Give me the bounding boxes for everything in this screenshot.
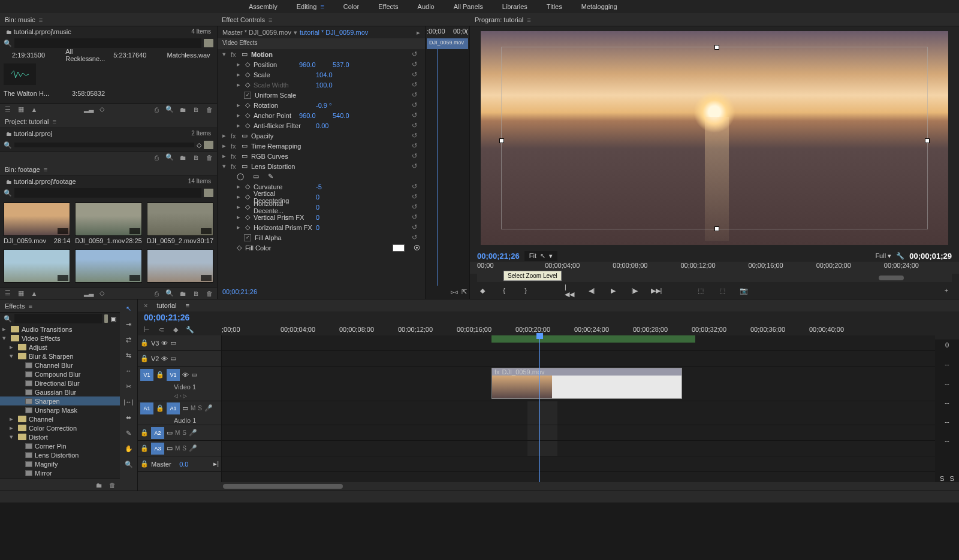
- new-item-icon[interactable]: 🗎: [192, 105, 200, 114]
- mark-out-button[interactable]: }: [520, 285, 531, 296]
- tab-editing[interactable]: Editing ≡: [297, 3, 324, 10]
- video-clip[interactable]: fxDJI_0059.mov: [491, 368, 682, 399]
- effect-group[interactable]: ▸fx▭RGB Curves↺: [218, 151, 425, 161]
- property-value[interactable]: -5: [316, 183, 346, 190]
- effect-controls-timecode[interactable]: 00;00;21;26: [218, 286, 425, 299]
- clip-name[interactable]: Matchless.wav: [167, 52, 210, 59]
- effect-folder[interactable]: ▸Color Correction: [0, 423, 120, 432]
- search-icon[interactable]: 🔍: [4, 141, 12, 149]
- zoom-slider-icon[interactable]: ▂▃: [85, 105, 93, 114]
- program-timecode[interactable]: 00;00;21;26: [477, 252, 520, 261]
- effect-mini-timeline[interactable]: :00;0000;0( DJI_0059.mov ▹◃⇱: [426, 26, 470, 299]
- extract-button[interactable]: ⬚: [717, 285, 728, 296]
- reset-icon[interactable]: ↺: [412, 132, 420, 140]
- effect-preset[interactable]: Corner Pin: [0, 441, 120, 450]
- timeline-zoom-scrollbar[interactable]: [223, 484, 343, 489]
- zoom-level-dropdown[interactable]: Fit↖▾: [524, 251, 557, 261]
- effect-folder[interactable]: ▾Distort: [0, 432, 120, 441]
- mini-clip-bar[interactable]: DJI_0059.mov: [427, 38, 468, 49]
- sequence-clip-label[interactable]: tutorial * DJI_0059.mov: [300, 29, 368, 36]
- zoom-tool[interactable]: 🔍: [123, 459, 134, 470]
- footage-thumb[interactable]: DJI_0059.mov28:14: [4, 202, 70, 244]
- sequence-tab[interactable]: tutorial: [157, 302, 177, 309]
- property-value[interactable]: 104.0: [316, 71, 346, 78]
- yuvbadge-icon[interactable]: ▣: [110, 315, 116, 323]
- new-item-icon[interactable]: 🗎: [192, 289, 200, 298]
- property-value[interactable]: 0: [316, 214, 346, 221]
- effect-group[interactable]: ▾fx▭Lens Distortion↺: [218, 161, 425, 171]
- tab-allpanels[interactable]: All Panels: [454, 3, 483, 10]
- search-icon[interactable]: 🔍: [4, 189, 12, 197]
- effect-preset[interactable]: Gaussian Blur: [0, 388, 120, 396]
- effect-preset[interactable]: Channel Blur: [0, 361, 120, 370]
- property-value[interactable]: 0: [316, 204, 346, 211]
- list-view-icon[interactable]: ☰: [4, 105, 12, 114]
- property-value[interactable]: 0.00: [316, 122, 346, 129]
- panel-menu-icon[interactable]: ≡: [39, 16, 43, 23]
- trash-icon[interactable]: 🗑: [205, 289, 213, 298]
- reset-icon[interactable]: ↺: [412, 71, 420, 78]
- automate-icon[interactable]: ⎙: [152, 105, 161, 114]
- reset-icon[interactable]: ↺: [412, 50, 420, 58]
- freeform-icon[interactable]: ▲: [30, 289, 38, 298]
- tab-titles[interactable]: Titles: [547, 3, 562, 10]
- export-frame-button[interactable]: 📷: [738, 285, 749, 296]
- tab-effects[interactable]: Effects: [378, 3, 398, 10]
- search-icon[interactable]: 🔍: [4, 315, 12, 323]
- pen-tool[interactable]: ✎: [123, 428, 134, 438]
- effect-preset[interactable]: Magnify: [0, 459, 120, 468]
- checkbox[interactable]: ✓: [244, 92, 251, 99]
- playhead[interactable]: [539, 335, 540, 482]
- marker-icon[interactable]: ◆: [171, 325, 180, 334]
- transform-bounding-box[interactable]: [501, 47, 928, 229]
- reset-icon[interactable]: ↺: [412, 162, 420, 170]
- prev-keyframe-icon[interactable]: ▹◃: [451, 288, 458, 296]
- bin-footage-search[interactable]: [14, 188, 201, 198]
- footage-thumb[interactable]: [4, 249, 70, 284]
- reset-icon[interactable]: ↺: [412, 183, 420, 190]
- tab-libraries[interactable]: Libraries: [502, 3, 527, 10]
- button-editor-icon[interactable]: +: [941, 285, 952, 296]
- eyedropper-icon[interactable]: ⦿: [414, 244, 420, 252]
- automate-icon[interactable]: ⎙: [152, 153, 161, 162]
- pen-mask-icon[interactable]: ✎: [268, 172, 273, 180]
- trash-icon[interactable]: 🗑: [108, 481, 116, 489]
- find-icon[interactable]: 🔍: [165, 153, 174, 162]
- effect-group[interactable]: ▾fx▭Motion↺: [218, 49, 425, 59]
- target-v1-patch[interactable]: V1: [167, 369, 180, 381]
- trash-icon[interactable]: 🗑: [205, 153, 213, 162]
- sort-icon[interactable]: ◇: [98, 105, 106, 114]
- sort-icon[interactable]: ◇: [98, 289, 106, 298]
- reset-icon[interactable]: ↺: [412, 203, 420, 211]
- effect-group[interactable]: ▸fx▭Time Remapping↺: [218, 141, 425, 151]
- effect-folder[interactable]: ▸Adjust: [0, 343, 120, 352]
- audio-waveform-thumb[interactable]: [4, 63, 36, 85]
- step-back-button[interactable]: ◀|: [586, 285, 597, 296]
- effect-folder[interactable]: ▸Channel: [0, 414, 120, 423]
- reset-icon[interactable]: ↺: [412, 101, 420, 109]
- ellipse-mask-icon[interactable]: ◯: [237, 172, 244, 180]
- clip-name[interactable]: All Recklessne...: [65, 48, 105, 62]
- go-to-in-button[interactable]: |◀◀: [565, 285, 575, 296]
- rolling-edit-tool[interactable]: ⇆: [123, 350, 134, 361]
- property-value[interactable]: 960.0: [299, 61, 329, 68]
- hand-tool[interactable]: ✋: [123, 443, 134, 454]
- folder-icon[interactable]: [204, 189, 213, 197]
- settings-icon[interactable]: 🔧: [186, 325, 194, 334]
- effect-folder[interactable]: ▾Blur & Sharpen: [0, 352, 120, 361]
- resolution-dropdown[interactable]: Full ▾: [875, 252, 891, 260]
- footage-thumb[interactable]: DJI_0059_2.mov30:17: [147, 202, 213, 244]
- effects-search[interactable]: [14, 314, 102, 323]
- reset-icon[interactable]: ↺: [412, 223, 420, 231]
- add-marker-button[interactable]: ◆: [477, 285, 488, 296]
- selection-tool[interactable]: ↖: [123, 303, 134, 314]
- razor-tool[interactable]: ✂: [123, 381, 134, 392]
- footage-thumb[interactable]: [147, 249, 213, 284]
- property-value[interactable]: 100.0: [316, 81, 346, 89]
- tab-metalogging[interactable]: Metalogging: [581, 3, 617, 10]
- step-forward-button[interactable]: |▶: [629, 285, 640, 296]
- master-clip-label[interactable]: Master * DJI_0059.mov: [222, 29, 291, 36]
- property-value[interactable]: 540.0: [333, 112, 363, 119]
- find-icon[interactable]: 🔍: [165, 105, 174, 114]
- reset-icon[interactable]: ↺: [412, 142, 420, 150]
